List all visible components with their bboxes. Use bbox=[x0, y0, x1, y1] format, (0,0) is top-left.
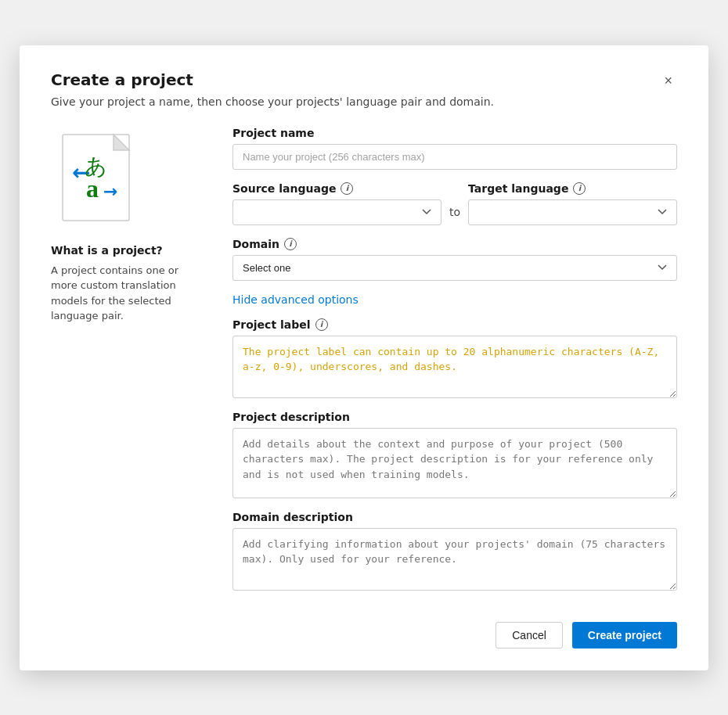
hide-advanced-link[interactable]: Hide advanced options bbox=[232, 293, 359, 306]
domain-label: Domain i bbox=[232, 238, 677, 250]
create-project-button[interactable]: Create project bbox=[572, 622, 677, 649]
project-label-textarea[interactable] bbox=[232, 336, 677, 398]
project-name-input[interactable] bbox=[232, 144, 677, 170]
target-language-group: Target language i bbox=[468, 182, 677, 225]
domain-description-textarea[interactable] bbox=[232, 528, 677, 591]
what-is-project-desc: A project contains one or more custom tr… bbox=[51, 263, 207, 324]
target-language-label: Target language i bbox=[468, 182, 677, 195]
what-is-project-title: What is a project? bbox=[51, 244, 163, 257]
left-panel: ← a あ → What is a project? A project con… bbox=[51, 127, 207, 591]
source-language-select[interactable] bbox=[232, 199, 441, 225]
dialog-footer: Cancel Create project bbox=[51, 609, 677, 649]
domain-select[interactable]: Select one bbox=[232, 255, 677, 281]
close-button[interactable]: × bbox=[659, 70, 677, 91]
svg-text:→: → bbox=[103, 181, 117, 201]
project-label-label: Project label i bbox=[232, 318, 677, 331]
to-label: to bbox=[449, 206, 460, 225]
create-project-dialog: Create a project × Give your project a n… bbox=[20, 45, 708, 670]
project-name-group: Project name bbox=[232, 127, 677, 170]
project-label-info-icon: i bbox=[315, 318, 328, 331]
cancel-button[interactable]: Cancel bbox=[496, 622, 563, 649]
dialog-header: Create a project × bbox=[51, 70, 677, 91]
domain-description-label: Domain description bbox=[232, 511, 677, 523]
dialog-title: Create a project bbox=[51, 70, 193, 89]
domain-info-icon: i bbox=[284, 238, 297, 250]
domain-group: Domain i Select one bbox=[232, 238, 677, 281]
dialog-body: ← a あ → What is a project? A project con… bbox=[51, 127, 677, 591]
source-language-group: Source language i bbox=[232, 182, 441, 225]
translation-document-icon: ← a あ → bbox=[55, 127, 149, 228]
project-description-label: Project description bbox=[232, 411, 677, 423]
svg-text:a: a bbox=[86, 174, 99, 203]
project-description-textarea[interactable] bbox=[232, 428, 677, 498]
project-description-group: Project description bbox=[232, 411, 677, 498]
svg-text:あ: あ bbox=[85, 154, 107, 178]
target-language-info-icon: i bbox=[573, 182, 586, 195]
source-language-label: Source language i bbox=[232, 182, 441, 195]
project-icon: ← a あ → bbox=[51, 127, 153, 228]
project-label-group: Project label i bbox=[232, 318, 677, 398]
domain-description-group: Domain description bbox=[232, 511, 677, 591]
language-row: Source language i to Target language i bbox=[232, 182, 677, 225]
target-language-select[interactable] bbox=[468, 199, 677, 225]
source-language-info-icon: i bbox=[341, 182, 353, 195]
project-name-label: Project name bbox=[232, 127, 677, 139]
dialog-subtitle: Give your project a name, then choose yo… bbox=[51, 95, 677, 108]
right-panel: Project name Source language i to bbox=[232, 127, 677, 591]
